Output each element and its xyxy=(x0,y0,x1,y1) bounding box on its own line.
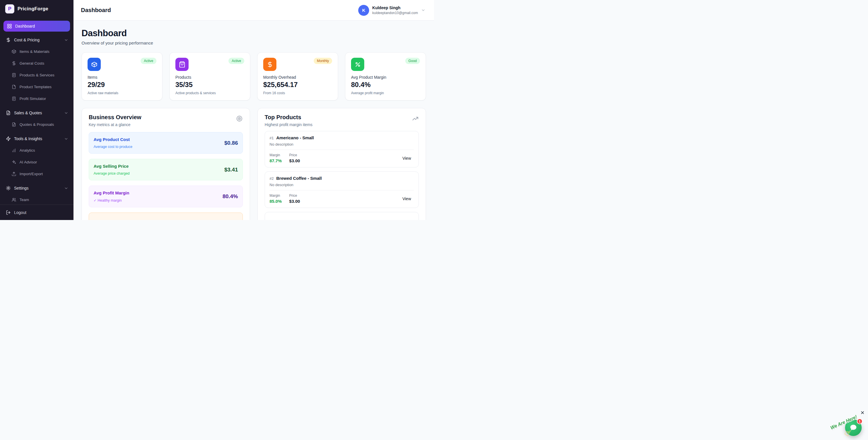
target-icon xyxy=(236,115,243,122)
panel-subtitle: Highest profit margin items xyxy=(265,122,313,127)
trending-up-icon xyxy=(412,115,419,122)
metric-subtext: Average cost to produce xyxy=(94,145,132,149)
dollar-icon xyxy=(263,58,276,71)
app-logo: P PricingForge xyxy=(0,0,73,18)
price-value: $3.00 xyxy=(289,199,300,204)
stat-subtext: From 16 costs xyxy=(263,91,332,95)
sidebar-item-team[interactable]: Team xyxy=(0,194,73,205)
dollar-icon xyxy=(6,37,11,42)
sidebar-item-label: Items & Materials xyxy=(20,50,50,54)
calculator-icon xyxy=(11,73,17,78)
view-button[interactable]: View xyxy=(400,154,414,162)
stat-value: 29/29 xyxy=(88,81,156,89)
metric-label: Avg Product Cost xyxy=(94,137,132,142)
sidebar-item-analytics[interactable]: Analytics xyxy=(0,144,73,156)
margin-label: Margin xyxy=(270,194,282,198)
top-products-panel: Top Products Highest profit margin items… xyxy=(257,108,426,220)
calculator-icon xyxy=(11,96,17,101)
sidebar-item-general-costs[interactable]: General Costs xyxy=(0,57,73,69)
chevron-down-icon xyxy=(64,186,68,190)
margin-value: 85.0% xyxy=(270,199,282,204)
sidebar-item-import-export[interactable]: Import/Export xyxy=(0,168,73,180)
metric-subtext: ✓ Healthy margin xyxy=(94,198,129,203)
sidebar-item-logout[interactable]: Logout xyxy=(0,205,73,220)
margin-value: 87.7% xyxy=(270,158,282,163)
sidebar-item-label: Sales & Quotes xyxy=(14,111,42,115)
sparkles-icon xyxy=(11,160,17,165)
product-name: Brewed Coffee - Small xyxy=(276,176,321,181)
user-email: kuldeeptandon10@gmail.com xyxy=(372,11,418,15)
metric-row-partial xyxy=(89,212,243,220)
metric-avg-profit-margin: Avg Profit Margin ✓ Healthy margin 80.4% xyxy=(89,185,243,207)
metric-subtext: Average price charged xyxy=(94,172,130,175)
metric-value: 80.4% xyxy=(222,193,238,200)
stat-label: Products xyxy=(175,75,244,80)
users-icon xyxy=(11,197,17,202)
view-button[interactable]: View xyxy=(400,195,414,203)
stat-subtext: Average profit margin xyxy=(351,91,420,95)
sidebar-item-sales-quotes[interactable]: Sales & Quotes xyxy=(0,107,73,119)
page-subtitle: Overview of your pricing performance xyxy=(82,40,426,46)
avatar: K xyxy=(358,5,369,16)
metric-avg-selling-price: Avg Selling Price Average price charged … xyxy=(89,159,243,180)
sidebar-item-label: Team xyxy=(20,198,29,202)
bar-chart-icon xyxy=(11,148,17,153)
sidebar-item-settings[interactable]: Settings xyxy=(0,182,73,194)
price-label: Price xyxy=(289,194,300,198)
sidebar-item-label: Analytics xyxy=(20,148,35,152)
chevron-down-icon xyxy=(64,137,68,141)
sidebar-item-tools-insights[interactable]: Tools & Insights xyxy=(0,133,73,144)
package-icon xyxy=(88,58,101,71)
metric-value: $0.86 xyxy=(224,140,238,146)
metric-value: $3.41 xyxy=(224,167,238,173)
price-label: Price xyxy=(289,153,300,157)
topbar-title: Dashboard xyxy=(81,7,111,13)
sidebar-item-label: Cost & Pricing xyxy=(14,38,40,42)
topbar: Dashboard K Kuldeep Singh kuldeeptandon1… xyxy=(73,0,434,21)
sidebar-item-ai-advisor[interactable]: AI Advisor xyxy=(0,156,73,168)
user-menu[interactable]: K Kuldeep Singh kuldeeptandon10@gmail.co… xyxy=(358,5,425,16)
stat-value: 35/35 xyxy=(175,81,244,89)
sidebar-item-label: Dashboard xyxy=(15,24,35,28)
status-badge: Good xyxy=(405,58,420,64)
chevron-down-icon xyxy=(421,8,425,12)
stat-card-avg-margin: Good Avg Product Margin 80.4% Average pr… xyxy=(345,52,426,100)
stat-value: 80.4% xyxy=(351,81,420,89)
sidebar-item-product-templates[interactable]: Product Templates xyxy=(0,81,73,93)
sidebar-item-items-materials[interactable]: Items & Materials xyxy=(0,46,73,57)
sidebar-item-products-services[interactable]: Products & Services xyxy=(0,69,73,81)
package-icon xyxy=(11,49,17,54)
user-meta: Kuldeep Singh kuldeeptandon10@gmail.com xyxy=(372,5,418,15)
business-overview-panel: Business Overview Key metrics at a glanc… xyxy=(82,108,250,220)
stat-label: Items xyxy=(88,75,156,80)
sidebar-item-profit-simulator[interactable]: Profit Simulator xyxy=(0,93,73,105)
sidebar-item-quotes-proposals[interactable]: Quotes & Proposals xyxy=(0,119,73,130)
app-name: PricingForge xyxy=(18,6,48,12)
sidebar-item-label: Products & Services xyxy=(20,73,55,77)
sidebar-item-label: Profit Simulator xyxy=(20,96,46,101)
sidebar: P PricingForge Dashboard Cost & Pricing … xyxy=(0,0,73,220)
sidebar-item-label: Tools & Insights xyxy=(14,137,42,141)
status-badge: Active xyxy=(228,58,244,64)
sidebar-item-label: Product Templates xyxy=(20,85,52,89)
panels-row: Business Overview Key metrics at a glanc… xyxy=(82,108,426,220)
sidebar-item-dashboard[interactable]: Dashboard xyxy=(3,21,70,32)
dollar-icon xyxy=(11,61,17,66)
main-area: Dashboard K Kuldeep Singh kuldeeptandon1… xyxy=(73,0,434,220)
file-text-icon xyxy=(6,110,11,115)
status-badge: Monthly xyxy=(314,58,332,64)
page-content: Dashboard Overview of your pricing perfo… xyxy=(73,21,434,220)
product-description: No description xyxy=(270,183,414,187)
stat-label: Avg Product Margin xyxy=(351,75,420,80)
metric-avg-product-cost: Avg Product Cost Average cost to produce… xyxy=(89,132,243,154)
product-description: No description xyxy=(270,142,414,146)
stat-card-items: Active Items 29/29 Active raw materials xyxy=(82,52,162,100)
panel-title: Top Products xyxy=(265,114,313,121)
product-name: Americano - Small xyxy=(276,135,314,140)
sidebar-item-cost-pricing[interactable]: Cost & Pricing xyxy=(0,34,73,46)
stat-card-monthly-overhead: Monthly Monthly Overhead $25,654.17 From… xyxy=(257,52,338,100)
sidebar-item-label: Quotes & Proposals xyxy=(20,122,54,127)
dashboard-grid-icon xyxy=(7,24,12,29)
panel-title: Business Overview xyxy=(89,114,141,121)
page-title: Dashboard xyxy=(82,28,426,38)
